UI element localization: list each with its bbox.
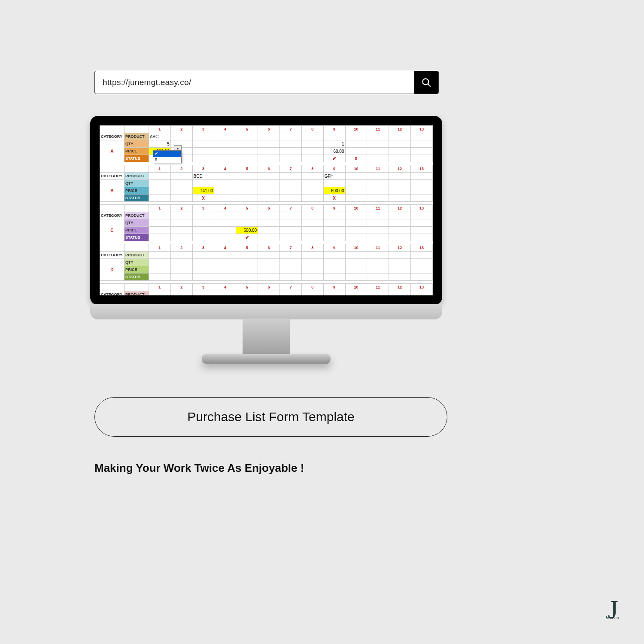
product-cell[interactable] — [367, 252, 389, 259]
product-cell[interactable] — [258, 212, 280, 219]
product-cell[interactable] — [149, 291, 170, 296]
qty-cell[interactable] — [301, 219, 323, 227]
product-cell[interactable] — [192, 252, 214, 259]
price-cell[interactable] — [301, 266, 323, 273]
status-cell[interactable] — [411, 273, 433, 281]
product-cell[interactable] — [301, 291, 323, 296]
product-cell[interactable] — [258, 291, 280, 296]
search-button[interactable] — [414, 71, 438, 94]
status-cell[interactable] — [411, 234, 433, 241]
qty-cell[interactable] — [345, 219, 367, 227]
price-cell[interactable] — [367, 187, 389, 194]
qty-cell[interactable] — [192, 219, 214, 227]
price-cell[interactable] — [192, 266, 214, 273]
price-cell[interactable] — [214, 187, 236, 194]
qty-cell[interactable] — [389, 219, 411, 227]
product-cell[interactable] — [149, 252, 170, 259]
qty-cell[interactable]: 5 — [149, 140, 170, 148]
status-cell[interactable] — [214, 273, 236, 281]
status-cell[interactable] — [214, 155, 236, 162]
price-cell[interactable] — [367, 148, 389, 155]
product-cell[interactable] — [236, 252, 258, 259]
product-cell[interactable] — [389, 252, 411, 259]
qty-cell[interactable] — [279, 140, 301, 148]
price-cell[interactable] — [367, 227, 389, 234]
price-cell[interactable] — [411, 227, 433, 234]
status-cell[interactable] — [345, 194, 367, 202]
status-cell[interactable] — [411, 155, 433, 162]
product-cell[interactable] — [214, 252, 236, 259]
qty-cell[interactable] — [214, 140, 236, 148]
qty-cell[interactable] — [367, 140, 389, 148]
status-cell[interactable] — [367, 234, 389, 241]
qty-cell[interactable] — [236, 180, 258, 187]
product-cell[interactable] — [367, 173, 389, 180]
qty-cell[interactable] — [367, 259, 389, 266]
product-cell[interactable] — [236, 133, 258, 140]
qty-cell[interactable] — [214, 180, 236, 187]
price-cell[interactable] — [236, 266, 258, 273]
qty-cell[interactable] — [367, 180, 389, 187]
qty-cell[interactable] — [149, 259, 170, 266]
product-cell[interactable] — [389, 212, 411, 219]
status-cell[interactable] — [192, 273, 214, 281]
price-cell[interactable] — [236, 187, 258, 194]
price-cell[interactable] — [170, 266, 192, 273]
qty-cell[interactable] — [323, 219, 345, 227]
status-cell[interactable] — [389, 194, 411, 202]
product-cell[interactable] — [279, 173, 301, 180]
qty-cell[interactable] — [258, 140, 280, 148]
product-cell[interactable] — [170, 212, 192, 219]
status-cell[interactable] — [214, 194, 236, 202]
status-cell[interactable] — [170, 194, 192, 202]
price-cell[interactable] — [301, 187, 323, 194]
product-cell[interactable] — [411, 133, 433, 140]
status-cell[interactable] — [170, 234, 192, 241]
price-cell[interactable] — [214, 227, 236, 234]
product-cell[interactable] — [192, 291, 214, 296]
qty-cell[interactable] — [301, 259, 323, 266]
product-cell[interactable] — [258, 133, 280, 140]
qty-cell[interactable] — [170, 259, 192, 266]
product-cell[interactable] — [170, 291, 192, 296]
product-cell[interactable]: ABC — [149, 133, 170, 140]
status-cell[interactable]: ✔ — [236, 234, 258, 241]
price-cell[interactable] — [279, 266, 301, 273]
price-cell[interactable] — [323, 227, 345, 234]
dropdown-option[interactable]: ✔ — [153, 151, 181, 157]
price-cell[interactable] — [345, 266, 367, 273]
product-cell[interactable] — [170, 133, 192, 140]
price-cell[interactable] — [279, 148, 301, 155]
qty-cell[interactable] — [214, 219, 236, 227]
product-cell[interactable] — [367, 291, 389, 296]
status-cell[interactable] — [149, 194, 170, 202]
status-cell[interactable] — [258, 155, 280, 162]
status-cell[interactable] — [301, 194, 323, 202]
status-cell[interactable] — [279, 194, 301, 202]
status-cell[interactable] — [258, 273, 280, 281]
product-cell[interactable] — [214, 291, 236, 296]
product-cell[interactable]: BCD — [192, 173, 214, 180]
product-cell[interactable] — [301, 133, 323, 140]
status-cell[interactable] — [258, 194, 280, 202]
status-cell[interactable] — [345, 234, 367, 241]
price-cell[interactable]: 500.00 — [236, 227, 258, 234]
product-cell[interactable] — [411, 212, 433, 219]
price-cell[interactable] — [149, 227, 170, 234]
status-cell[interactable] — [149, 234, 170, 241]
qty-cell[interactable] — [258, 259, 280, 266]
product-cell[interactable] — [367, 212, 389, 219]
price-cell[interactable]: 60.00 — [323, 148, 345, 155]
product-cell[interactable] — [170, 252, 192, 259]
product-cell[interactable] — [258, 252, 280, 259]
status-cell[interactable] — [367, 155, 389, 162]
price-cell[interactable] — [258, 187, 280, 194]
product-cell[interactable] — [411, 173, 433, 180]
price-cell[interactable] — [170, 227, 192, 234]
status-cell[interactable] — [323, 234, 345, 241]
product-cell[interactable] — [301, 212, 323, 219]
product-cell[interactable] — [279, 133, 301, 140]
price-cell[interactable] — [170, 187, 192, 194]
product-cell[interactable] — [345, 212, 367, 219]
product-cell[interactable] — [389, 133, 411, 140]
